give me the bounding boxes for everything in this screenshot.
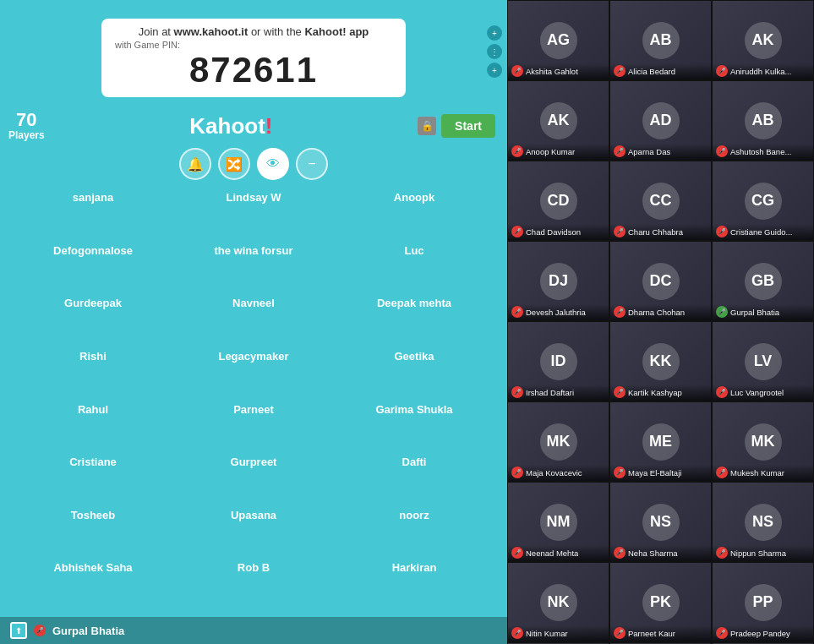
participant-name: Kartik Kashyap [628,388,682,397]
start-lock-area: 🔒 Start [418,114,495,138]
participant-name: Mukesh Kumar [730,468,784,478]
player-name-item: Upasana [174,508,333,558]
avatar: CC [642,183,680,220]
video-cell: CDChad Davidson [507,161,609,241]
video-name-tag: Alicia Bedard [610,63,711,79]
avatar: NS [745,504,782,541]
avatar: CD [540,183,577,220]
dot-btn-3[interactable]: + [487,63,502,78]
avatar: PP [745,584,782,621]
game-pin-label: with Game PIN: [115,40,392,50]
participant-name: Alicia Bedard [628,67,675,76]
participant-name: Neha Sharma [628,548,678,558]
video-name-tag: Aparna Das [610,144,711,160]
mic-muted-icon [614,627,626,639]
video-name-tag: Maja Kovacevic [508,465,609,481]
random-icon[interactable]: 🔀 [218,148,250,180]
video-cell: CCCharu Chhabra [609,161,712,241]
mic-muted-icon [614,547,626,559]
participant-name: Gurpal Bhatia [730,308,779,317]
player-name-item: Gurpreet [174,455,333,505]
start-button[interactable]: Start [441,114,495,138]
video-name-tag: Aniruddh Kulka... [713,63,813,79]
participant-name: Luc Vangrootel [730,388,784,397]
participant-name: Nitin Kumar [526,629,568,638]
video-cell: PPPradeep Pandey [712,562,814,642]
player-name-item: Cristiane [14,455,172,505]
avatar: CG [745,183,782,220]
video-name-tag: Dharna Chohan [610,304,711,320]
avatar: MK [540,423,577,461]
video-cell: ABAshutosh Bane... [712,80,814,161]
avatar: NM [540,504,577,541]
dot-btn-2[interactable]: ⋮ [487,44,502,59]
video-name-tag: Nitin Kumar [508,625,609,641]
video-name-tag: Ashutosh Bane... [713,144,813,160]
participant-name: Akshita Gahlot [526,67,578,76]
participant-name: Irshad Daftari [526,388,574,397]
player-name-item: Abhishek Saha [14,560,172,610]
video-cell: LVLuc Vangrootel [712,321,814,401]
participant-name: Aniruddh Kulka... [730,67,791,76]
minus-icon[interactable]: − [296,148,328,180]
video-cell: AKAnoop Kumar [507,80,609,161]
mic-muted-icon [716,145,728,157]
bottom-bar: ⬆ Gurpal Bhatia [0,617,507,644]
avatar: GB [745,263,782,300]
video-name-tag: Maya El-Baltaji [610,465,711,481]
mic-muted-icon [511,467,523,478]
kahoot-logo: Kahoot! [53,113,409,139]
video-name-tag: Luc Vangrootel [713,385,813,401]
video-cell: DJDevesh Jaluthria [507,241,609,321]
video-cell: AKAniruddh Kulka... [712,0,814,80]
video-cell: IDIrshad Daftari [507,321,609,401]
video-name-tag: Pradeep Pandey [713,625,813,641]
player-name-item: Garima Shukla [335,402,494,452]
player-name-item: Anoopk [335,190,494,240]
participant-name: Dharna Chohan [628,308,685,317]
video-name-tag: Parneet Kaur [610,625,711,641]
video-cell: ABAlicia Bedard [609,0,712,80]
mic-muted-icon [716,65,728,77]
video-cell: NKNitin Kumar [507,562,609,642]
video-cell: MEMaya El-Baltaji [609,401,712,482]
mic-muted-icon [511,306,523,318]
video-name-tag: Devesh Jaluthria [508,304,609,320]
avatar: MK [745,423,782,461]
participant-name: Cristiane Guido... [730,227,792,237]
video-name-tag: Neenad Mehta [508,545,609,561]
video-cell: DCDharna Chohan [609,241,712,321]
mic-muted-icon [511,145,523,157]
player-name-item: Harkiran [335,560,494,610]
mic-muted-icon [614,386,626,398]
bell-icon[interactable]: 🔔 [179,148,211,180]
video-cell: NSNeha Sharma [609,482,712,562]
banner-controls[interactable]: + ⋮ + [487,25,502,78]
dot-btn-1[interactable]: + [487,25,502,41]
video-grid: AGAkshita GahlotABAlicia BedardAKAnirudd… [507,0,814,644]
avatar: AD [642,102,680,139]
video-cell: KKKartik Kashyap [609,321,712,401]
lock-icon: 🔒 [418,117,436,135]
mic-muted-icon [511,547,523,559]
players-count: 70 [8,111,45,129]
video-name-tag: Kartik Kashyap [610,385,711,401]
control-bar: 🔔 🔀 👁 − [0,145,507,183]
video-name-tag: Chad Davidson [508,224,609,240]
mic-muted-icon [614,467,626,478]
mic-muted-icon [511,386,523,398]
player-name-item: Rob B [174,560,333,610]
avatar: DJ [540,263,577,300]
video-name-tag: Anoop Kumar [508,144,609,160]
eye-icon[interactable]: 👁 [257,148,289,180]
player-name-item: noorz [335,508,494,558]
players-grid: sanjanaLindsay WAnoopkDefogonnalosethe w… [0,183,507,617]
avatar: ID [540,343,577,380]
avatar: AB [642,22,680,59]
player-name-item: Deepak mehta [335,296,494,346]
participant-name: Chad Davidson [526,227,581,237]
mic-muted-icon [716,226,728,237]
participant-name: Pradeep Pandey [730,629,790,638]
video-cell: CGCristiane Guido... [712,161,814,241]
mic-muted-icon [716,386,728,398]
